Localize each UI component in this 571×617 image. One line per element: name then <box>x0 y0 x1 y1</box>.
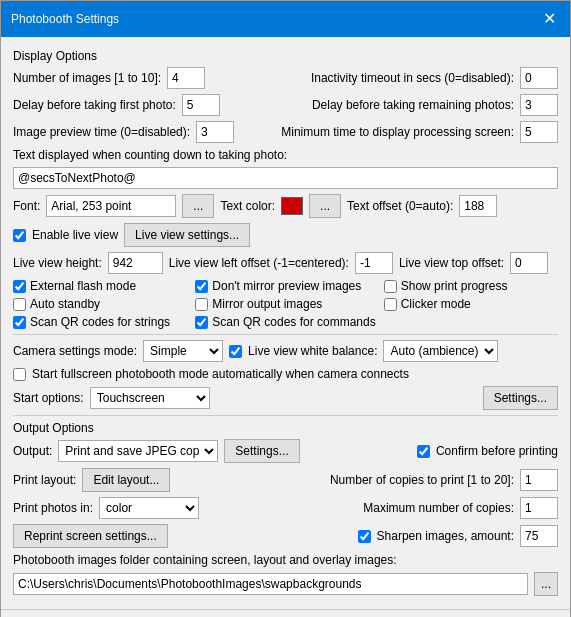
scan-qr-strings-label: Scan QR codes for strings <box>30 315 170 329</box>
text-color-button[interactable]: ... <box>309 194 341 218</box>
folder-browse-button[interactable]: ... <box>534 572 558 596</box>
bottom-bar: Load... Save... Profiles... OK Cancel <box>1 609 570 617</box>
row-folder-label: Photobooth images folder containing scre… <box>13 553 558 567</box>
external-flash-row: External flash mode <box>13 279 187 293</box>
countdown-input[interactable] <box>13 167 558 189</box>
min-time-label: Minimum time to display processing scree… <box>281 125 514 139</box>
text-offset-input[interactable] <box>459 195 497 217</box>
preview-time-label: Image preview time (0=disabled): <box>13 125 190 139</box>
delay-remaining-label: Delay before taking remaining photos: <box>312 98 514 112</box>
scan-qr-strings-checkbox[interactable] <box>13 316 26 329</box>
row-enable-live-view: Enable live view Live view settings... <box>13 223 558 247</box>
enable-live-view-checkbox[interactable] <box>13 229 26 242</box>
folder-input[interactable] <box>13 573 528 595</box>
dont-mirror-label: Don't mirror preview images <box>212 279 361 293</box>
photobooth-settings-dialog: Photobooth Settings ✕ Display Options Nu… <box>0 0 571 617</box>
title-bar: Photobooth Settings ✕ <box>1 1 570 37</box>
dont-mirror-checkbox[interactable] <box>195 280 208 293</box>
show-print-progress-checkbox[interactable] <box>384 280 397 293</box>
close-button[interactable]: ✕ <box>539 7 560 31</box>
confirm-before-printing-checkbox[interactable] <box>417 445 430 458</box>
row-font: Font: ... Text color: ... Text offset (0… <box>13 194 558 218</box>
delay-first-input[interactable] <box>182 94 220 116</box>
max-copies-label: Maximum number of copies: <box>363 501 514 515</box>
text-color-swatch <box>281 197 303 215</box>
num-images-label: Number of images [1 to 10]: <box>13 71 161 85</box>
live-view-left-label: Live view left offset (-1=centered): <box>169 256 349 270</box>
row-num-images: Number of images [1 to 10]: Inactivity t… <box>13 67 558 89</box>
auto-standby-row: Auto standby <box>13 297 187 311</box>
output-select[interactable]: Print and save JPEG copy Print only Save… <box>58 440 218 462</box>
scan-qr-commands-checkbox[interactable] <box>195 316 208 329</box>
font-label: Font: <box>13 199 40 213</box>
camera-settings-button[interactable]: Settings... <box>483 386 558 410</box>
row-countdown-label: Text displayed when counting down to tak… <box>13 148 558 162</box>
max-copies-input[interactable] <box>520 497 558 519</box>
camera-mode-select[interactable]: Simple Advanced <box>143 340 223 362</box>
text-color-label: Text color: <box>220 199 275 213</box>
display-options-label: Display Options <box>13 49 558 63</box>
row-folder-input: ... <box>13 572 558 596</box>
confirm-before-printing-label: Confirm before printing <box>436 444 558 458</box>
camera-mode-label: Camera settings mode: <box>13 344 137 358</box>
countdown-label: Text displayed when counting down to tak… <box>13 148 287 162</box>
live-view-height-input[interactable] <box>108 252 163 274</box>
row-reprint: Reprint screen settings... Sharpen image… <box>13 524 558 548</box>
dialog-title: Photobooth Settings <box>11 12 119 26</box>
scan-qr-commands-label: Scan QR codes for commands <box>212 315 375 329</box>
display-options-section: Display Options Number of images [1 to 1… <box>13 49 558 329</box>
row-start-fullscreen: Start fullscreen photobooth mode automat… <box>13 367 558 381</box>
live-white-balance-checkbox[interactable] <box>229 345 242 358</box>
row-print-layout: Print layout: Edit layout... Number of c… <box>13 468 558 492</box>
live-white-balance-label: Live view white balance: <box>248 344 377 358</box>
live-view-left-input[interactable] <box>355 252 393 274</box>
auto-standby-checkbox[interactable] <box>13 298 26 311</box>
row-preview-time: Image preview time (0=disabled): Minimum… <box>13 121 558 143</box>
output-options-section: Output Options Output: Print and save JP… <box>13 421 558 596</box>
delay-remaining-input[interactable] <box>520 94 558 116</box>
sharpen-label: Sharpen images, amount: <box>377 529 514 543</box>
text-offset-label: Text offset (0=auto): <box>347 199 453 213</box>
dialog-body: Display Options Number of images [1 to 1… <box>1 37 570 609</box>
start-options-select[interactable]: Touchscreen Keyboard None <box>90 387 210 409</box>
inactivity-input[interactable] <box>520 67 558 89</box>
row-output: Output: Print and save JPEG copy Print o… <box>13 439 558 463</box>
live-view-settings-button[interactable]: Live view settings... <box>124 223 250 247</box>
clicker-mode-checkbox[interactable] <box>384 298 397 311</box>
output-settings-button[interactable]: Settings... <box>224 439 299 463</box>
external-flash-label: External flash mode <box>30 279 136 293</box>
start-options-label: Start options: <box>13 391 84 405</box>
font-input[interactable] <box>46 195 176 217</box>
live-view-top-label: Live view top offset: <box>399 256 504 270</box>
num-images-input[interactable] <box>167 67 205 89</box>
min-time-input[interactable] <box>520 121 558 143</box>
start-fullscreen-label: Start fullscreen photobooth mode automat… <box>32 367 409 381</box>
mirror-output-checkbox[interactable] <box>195 298 208 311</box>
external-flash-checkbox[interactable] <box>13 280 26 293</box>
print-photos-in-select[interactable]: color black and white <box>99 497 199 519</box>
preview-time-input[interactable] <box>196 121 234 143</box>
live-view-height-label: Live view height: <box>13 256 102 270</box>
mirror-output-label: Mirror output images <box>212 297 322 311</box>
font-browse-button[interactable]: ... <box>182 194 214 218</box>
row-delay-first: Delay before taking first photo: Delay b… <box>13 94 558 116</box>
show-print-progress-label: Show print progress <box>401 279 508 293</box>
mirror-output-row: Mirror output images <box>195 297 375 311</box>
start-fullscreen-checkbox[interactable] <box>13 368 26 381</box>
delay-first-label: Delay before taking first photo: <box>13 98 176 112</box>
dont-mirror-row: Don't mirror preview images <box>195 279 375 293</box>
print-layout-label: Print layout: <box>13 473 76 487</box>
enable-live-view-label: Enable live view <box>32 228 118 242</box>
scan-qr-commands-row: Scan QR codes for commands <box>195 315 375 329</box>
reprint-settings-button[interactable]: Reprint screen settings... <box>13 524 168 548</box>
live-white-balance-select[interactable]: Auto (ambience) Auto Daylight <box>383 340 498 362</box>
edit-layout-button[interactable]: Edit layout... <box>82 468 170 492</box>
num-copies-input[interactable] <box>520 469 558 491</box>
clicker-mode-row: Clicker mode <box>384 297 558 311</box>
row-print-photos-in: Print photos in: color black and white M… <box>13 497 558 519</box>
sharpen-input[interactable] <box>520 525 558 547</box>
inactivity-label: Inactivity timeout in secs (0=disabled): <box>311 71 514 85</box>
live-view-top-input[interactable] <box>510 252 548 274</box>
sharpen-checkbox[interactable] <box>358 530 371 543</box>
auto-standby-label: Auto standby <box>30 297 100 311</box>
